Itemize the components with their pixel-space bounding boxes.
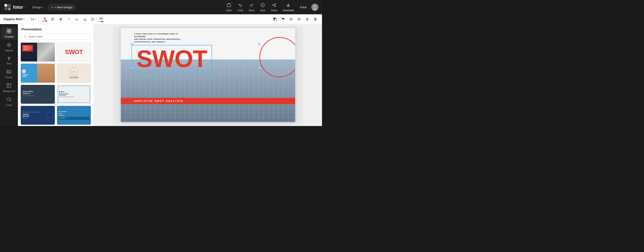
template-social-media-blue[interactable]: SOCIAL MEDIASTRATEGY NAS Technology Busi… bbox=[57, 85, 91, 104]
divider-1 bbox=[27, 17, 27, 21]
svg-rect-19 bbox=[314, 18, 316, 20]
delete-icon bbox=[314, 17, 317, 21]
svg-rect-1 bbox=[4, 4, 7, 7]
svg-rect-15 bbox=[290, 18, 291, 19]
download-label: Download bbox=[283, 9, 294, 12]
texts-icon: T bbox=[8, 56, 10, 61]
sidebar-cloud-label: Cloud bbox=[6, 104, 12, 106]
refresh-button[interactable] bbox=[280, 16, 286, 22]
lock-button[interactable] bbox=[304, 16, 310, 22]
save-button[interactable]: Save bbox=[260, 3, 266, 12]
template-perfect-home[interactable]: 🏠 PERFECT HOME bbox=[20, 63, 55, 83]
svg-rect-5 bbox=[227, 4, 231, 7]
template-cs-designer[interactable]: CS Cynthia Sanders Graphic Designer bbox=[57, 63, 91, 83]
align-objects-button[interactable] bbox=[288, 16, 294, 22]
svg-rect-18 bbox=[306, 19, 308, 20]
text-align-button[interactable] bbox=[50, 16, 56, 22]
template-swot-red[interactable]: SWOT bbox=[57, 42, 91, 62]
download-button[interactable]: Download bbox=[283, 3, 294, 12]
left-sidebar: Template Material T Texts Picture Backgr… bbox=[0, 24, 18, 126]
new-design-button[interactable]: + + New Design bbox=[48, 4, 76, 10]
sidebar-item-texts[interactable]: T Texts bbox=[1, 54, 17, 67]
bold-button[interactable]: B bbox=[58, 16, 64, 22]
search-input[interactable] bbox=[28, 35, 88, 38]
swot-text-container[interactable]: SWOT bbox=[132, 45, 212, 73]
svg-rect-16 bbox=[291, 18, 292, 20]
font-size-adjust-button[interactable]: Aa bbox=[74, 16, 80, 22]
format-bar: Poppins Blod ▾ 14 ▾ A B I Aa U bbox=[0, 14, 322, 24]
format-right-actions bbox=[272, 16, 318, 22]
color-palette-button[interactable] bbox=[98, 16, 104, 22]
sidebar-picture-label: Picture bbox=[5, 76, 12, 79]
svg-rect-3 bbox=[4, 7, 8, 10]
open-button[interactable]: Open bbox=[226, 3, 232, 12]
align-icon bbox=[51, 17, 54, 21]
layers-button[interactable] bbox=[296, 16, 302, 22]
font-size-selector[interactable]: 14 ▾ bbox=[31, 17, 36, 21]
picture-icon bbox=[6, 69, 12, 75]
copy-style-button[interactable] bbox=[272, 16, 278, 22]
svg-point-29 bbox=[24, 35, 26, 37]
search-box bbox=[20, 33, 91, 40]
layers-icon bbox=[298, 17, 301, 21]
download-icon bbox=[286, 3, 290, 8]
font-size-chevron-icon: ▾ bbox=[35, 18, 36, 20]
design-menu-button[interactable]: Design ▾ bbox=[31, 5, 45, 10]
canvas-slide[interactable]: A SWOT ANALYSIS IS A TECHNIQUE USED TO D… bbox=[121, 28, 295, 122]
svg-rect-4 bbox=[8, 7, 11, 10]
svg-point-27 bbox=[8, 71, 8, 72]
selection-handle-bottom-right[interactable] bbox=[258, 67, 260, 69]
sidebar-item-template[interactable]: Template bbox=[1, 27, 17, 40]
nav-actions-group: Open Undo Redo Save Share bbox=[226, 3, 294, 12]
color-palette-icon bbox=[99, 16, 103, 21]
sidebar-item-background[interactable]: Background bbox=[1, 81, 17, 94]
font-family-chevron-icon: ▾ bbox=[23, 18, 24, 20]
undo-label: Undo bbox=[238, 9, 243, 12]
canvas-area: A SWOT ANALYSIS IS A TECHNIQUE USED TO D… bbox=[94, 24, 322, 126]
divider-2 bbox=[39, 17, 39, 21]
copy-icon bbox=[273, 17, 277, 21]
undo-button[interactable]: Undo bbox=[238, 3, 243, 12]
underline-button[interactable]: U bbox=[82, 16, 88, 22]
svg-point-8 bbox=[272, 5, 274, 5]
font-family-value: Poppins Blod bbox=[4, 17, 22, 21]
sidebar-texts-label: Texts bbox=[6, 62, 12, 65]
italic-icon: I bbox=[68, 17, 69, 21]
bold-icon: B bbox=[60, 17, 62, 21]
panel-title: Presentation bbox=[18, 24, 94, 33]
slide-red-bar-text: EMPLOYEE SWOT ANALYSIS bbox=[134, 100, 282, 102]
logo-superscript: ® bbox=[24, 6, 26, 8]
slide-red-bar: EMPLOYEE SWOT ANALYSIS bbox=[121, 98, 295, 104]
open-label: Open bbox=[226, 9, 232, 12]
cloud-icon bbox=[6, 97, 12, 103]
svg-rect-23 bbox=[9, 31, 11, 33]
template-icon bbox=[6, 28, 12, 35]
redo-button[interactable]: Redo bbox=[249, 3, 254, 12]
italic-button[interactable]: I bbox=[66, 16, 72, 22]
sidebar-item-material[interactable]: Material bbox=[1, 41, 17, 54]
share-button[interactable]: Share bbox=[271, 3, 277, 12]
svg-point-7 bbox=[275, 3, 276, 4]
svg-rect-21 bbox=[9, 29, 11, 31]
sidebar-item-picture[interactable]: Picture bbox=[1, 67, 17, 80]
template-grid: THE cityWEST PLAZAPROJECT SWOT 🏠 PERFECT… bbox=[18, 42, 94, 126]
line-height-icon bbox=[91, 17, 95, 21]
design-chevron-icon: ▾ bbox=[42, 6, 44, 8]
material-icon bbox=[6, 42, 12, 48]
svg-point-25 bbox=[8, 44, 10, 45]
text-color-button[interactable]: A bbox=[42, 16, 48, 22]
font-size-adjust-icon: Aa bbox=[75, 17, 79, 21]
user-avatar[interactable] bbox=[311, 3, 318, 11]
line-height-button[interactable] bbox=[90, 16, 96, 22]
template-social-media-dark[interactable]: SOCIAL MEDIASTRATEGY NAS Technology Stud… bbox=[20, 85, 55, 104]
selection-handle-top-right[interactable] bbox=[258, 43, 260, 45]
template-international-trade[interactable]: InternationalTradeCompany Annual Report … bbox=[57, 106, 91, 125]
delete-button[interactable] bbox=[312, 16, 318, 22]
sidebar-item-cloud[interactable]: Cloud bbox=[1, 95, 17, 108]
palette-bar bbox=[98, 21, 104, 22]
svg-rect-20 bbox=[7, 29, 9, 31]
template-annual-report[interactable]: International Trade Company ANNUALREPORT… bbox=[20, 106, 55, 125]
font-family-selector[interactable]: Poppins Blod ▾ bbox=[4, 17, 24, 21]
logo: fotor ® bbox=[4, 3, 26, 11]
template-city-west-plaza[interactable]: THE cityWEST PLAZAPROJECT bbox=[20, 42, 55, 62]
